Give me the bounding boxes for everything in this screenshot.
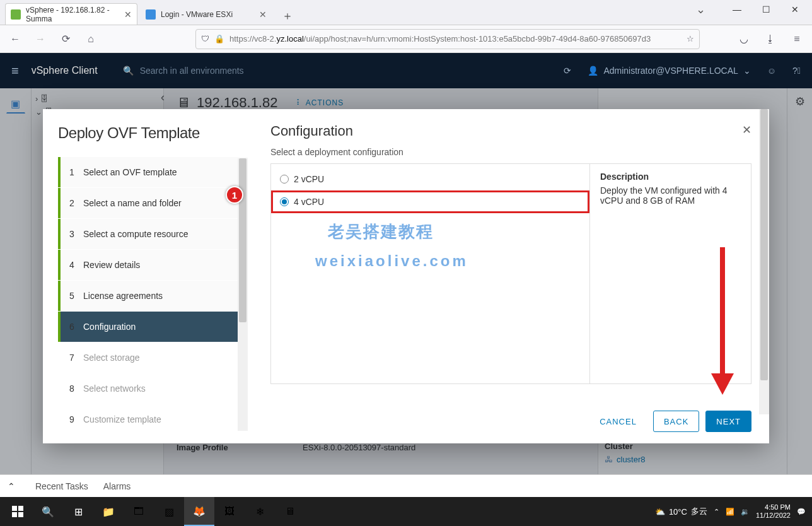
window-controls: ⌄ — ☐ ✕ <box>691 0 809 19</box>
app-menu-button[interactable]: ≡ <box>788 30 806 48</box>
browser-tab[interactable]: Login - VMware ESXi ✕ <box>140 3 272 25</box>
back-button[interactable]: BACK <box>653 411 699 432</box>
description-body: Deploy the VM configured with 4 vCPU and… <box>600 185 741 206</box>
smiley-icon[interactable]: ☺ <box>767 66 776 76</box>
system-tray[interactable]: ⛅ 10°C 多云 ⌃ 📶 🔉 4:50 PM 11/12/2022 💬 <box>655 503 809 519</box>
recent-tasks-tab[interactable]: Recent Tasks <box>35 481 88 491</box>
modal-close-button[interactable]: ✕ <box>742 123 751 139</box>
weather-icon: ⛅ <box>655 507 665 517</box>
option-label: 2 vCPU <box>294 174 324 184</box>
close-window-button[interactable]: ✕ <box>780 0 809 19</box>
windows-taskbar: 🔍 ⊞ 📁 🗔 ▨ 🦊 🖼 ❄ 🖥 ⛅ 10°C 多云 ⌃ 📶 🔉 4:50 P… <box>0 497 812 526</box>
bookmark-star-icon[interactable]: ☆ <box>687 34 694 44</box>
configuration-area: 2 vCPU 4 vCPU Description Deploy the VM … <box>270 163 751 384</box>
wizard-step-7: 7Select storage <box>58 342 248 373</box>
forward-button[interactable]: → <box>32 30 49 48</box>
modal-title: Deploy OVF Template <box>58 124 248 142</box>
home-button[interactable]: ⌂ <box>82 30 100 48</box>
maximize-button[interactable]: ☐ <box>751 0 780 19</box>
wizard-step-5[interactable]: 5License agreements <box>58 281 248 311</box>
start-button[interactable] <box>3 497 33 526</box>
minimize-button[interactable]: — <box>722 0 751 19</box>
taskview-icon[interactable]: ⊞ <box>63 497 93 526</box>
chevron-up-icon[interactable]: ⌃ <box>8 481 15 491</box>
search-placeholder: Search in all environments <box>140 66 244 76</box>
close-icon[interactable]: ✕ <box>259 9 267 20</box>
product-title: vSphere Client <box>32 65 98 76</box>
alarms-tab[interactable]: Alarms <box>103 481 131 491</box>
lock-icon: 🔒 <box>214 34 224 44</box>
shield-icon: 🛡 <box>201 34 209 44</box>
address-bar[interactable]: 🛡 🔒 https://vc8-2.yz.local/ui/app/host;n… <box>195 29 700 49</box>
next-button[interactable]: NEXT <box>705 411 751 432</box>
explorer-icon[interactable]: 📁 <box>93 497 124 526</box>
network-icon[interactable]: 📶 <box>726 508 734 516</box>
clock[interactable]: 4:50 PM 11/12/2022 <box>756 503 791 519</box>
svg-rect-0 <box>12 506 17 511</box>
user-icon: 👤 <box>588 66 598 76</box>
firefox-icon[interactable]: 🦊 <box>184 497 214 526</box>
pocket-icon[interactable]: ◡ <box>735 30 753 48</box>
vsphere-header: ≡ vSphere Client 🔍 Search in all environ… <box>0 53 812 88</box>
sound-icon[interactable]: 🔉 <box>741 508 750 516</box>
tasks-alarms-bar[interactable]: ⌃ Recent Tasks Alarms <box>0 474 812 497</box>
annotation-badge-1: 1 <box>226 186 243 204</box>
app-icon[interactable]: ❄ <box>245 497 275 526</box>
app-icon[interactable]: 🗔 <box>124 497 154 526</box>
back-button[interactable]: ← <box>6 30 24 48</box>
wizard-footer: CANCEL BACK NEXT <box>270 402 751 432</box>
help-icon[interactable]: ?⃝ <box>792 66 801 76</box>
svg-rect-1 <box>18 506 23 511</box>
description-heading: Description <box>600 172 741 182</box>
terminal-icon[interactable]: ▨ <box>154 497 184 526</box>
weather-widget[interactable]: ⛅ 10°C 多云 <box>655 506 707 517</box>
esxi-favicon-icon <box>146 9 156 20</box>
config-option-2vcpu[interactable]: 2 vCPU <box>271 168 589 190</box>
app-icon[interactable]: 🖥 <box>275 497 305 526</box>
refresh-icon[interactable]: ⟳ <box>564 66 571 76</box>
deploy-ovf-modal: Deploy OVF Template 1Select an OVF templ… <box>43 109 769 443</box>
reload-button[interactable]: ⟳ <box>57 30 74 48</box>
url-text: https://vc8-2.yz.local/ui/app/host;nav=h… <box>229 34 651 44</box>
annotation-arrow <box>713 247 732 395</box>
wizard-step-8: 8Select networks <box>58 373 248 404</box>
radio-icon <box>280 175 289 184</box>
tray-chevron-icon[interactable]: ⌃ <box>714 508 719 516</box>
config-option-list: 2 vCPU 4 vCPU <box>271 164 589 383</box>
tab-title: vSphere - 192.168.1.82 - Summa <box>26 6 119 23</box>
global-search[interactable]: 🔍 Search in all environments <box>123 66 244 76</box>
wizard-step-2[interactable]: 2Select a name and folder <box>58 188 248 218</box>
browser-tab-strip: vSphere - 192.168.1.82 - Summa ✕ Login -… <box>0 0 812 25</box>
wizard-step-4[interactable]: 4Review details <box>58 250 248 280</box>
notifications-icon[interactable]: 💬 <box>797 508 806 516</box>
wizard-step-6[interactable]: 6Configuration <box>58 312 248 342</box>
svg-rect-2 <box>12 512 17 517</box>
chevron-down-icon: ⌄ <box>743 66 751 76</box>
user-menu[interactable]: 👤 Administrator@VSPHERE.LOCAL ⌄ <box>588 66 750 76</box>
wizard-step-9: 9Customize template <box>58 404 248 435</box>
cancel-button[interactable]: CANCEL <box>589 411 647 432</box>
option-label: 4 vCPU <box>294 197 324 207</box>
downloads-icon[interactable]: ⭳ <box>762 30 779 48</box>
browser-toolbar: ← → ⟳ ⌂ 🛡 🔒 https://vc8-2.yz.local/ui/ap… <box>0 25 812 53</box>
wizard-step-1[interactable]: 1Select an OVF template <box>58 157 248 187</box>
user-label: Administrator@VSPHERE.LOCAL <box>603 66 738 76</box>
vsphere-favicon-icon <box>11 9 21 20</box>
svg-rect-3 <box>18 512 23 517</box>
content-scrollbar[interactable] <box>759 109 769 414</box>
chevron-down-icon[interactable]: ⌄ <box>691 0 710 19</box>
app-icon[interactable]: 🖼 <box>214 497 245 526</box>
config-option-4vcpu[interactable]: 4 vCPU <box>271 190 589 213</box>
close-icon[interactable]: ✕ <box>124 9 132 20</box>
new-tab-button[interactable]: ＋ <box>279 7 296 25</box>
step-title: Configuration <box>270 123 353 139</box>
step-subtitle: Select a deployment configuration <box>270 147 751 157</box>
wizard-step-3[interactable]: 3Select a compute resource <box>58 219 248 249</box>
menu-icon[interactable]: ≡ <box>11 64 19 78</box>
search-taskbar-icon[interactable]: 🔍 <box>33 497 63 526</box>
radio-checked-icon <box>280 197 289 206</box>
tab-title: Login - VMware ESXi <box>161 10 233 19</box>
browser-tab-active[interactable]: vSphere - 192.168.1.82 - Summa ✕ <box>5 3 137 25</box>
search-icon: 🔍 <box>123 66 134 76</box>
wizard-steps-panel: Deploy OVF Template 1Select an OVF templ… <box>43 109 248 443</box>
